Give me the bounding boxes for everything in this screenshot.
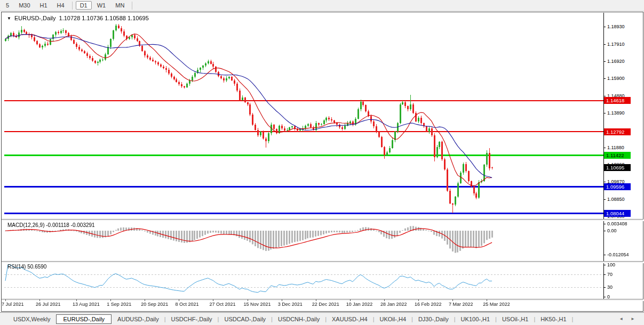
timeframe-button-m30[interactable]: M30 <box>14 1 34 10</box>
rsi-axis-tick-mark <box>603 297 606 297</box>
date-tick-mark <box>145 299 145 301</box>
rsi-axis-tick-label: 0 <box>607 294 610 299</box>
price-level-label-1-10695: 1.10695 <box>604 164 631 171</box>
tab-dj30-daily[interactable]: DJ30-,Daily <box>414 315 454 323</box>
date-label: 28 Jan 2022 <box>380 302 407 307</box>
date-label: 1 Sep 2021 <box>107 302 131 307</box>
timeframe-button-5[interactable]: 5 <box>2 1 13 10</box>
date-label: 20 Sep 2021 <box>141 302 168 307</box>
price-tick-label: 1.13890 <box>607 110 625 116</box>
date-tick-mark <box>418 299 419 301</box>
tab-usoil-h1[interactable]: USOil-,H1 <box>497 315 534 323</box>
rsi-name: RSI(14) <box>7 264 26 270</box>
date-tick-mark <box>213 299 213 301</box>
date-tick-mark <box>487 299 487 301</box>
symbol-tabbar: USDX,WeeklyEURUSD-,DailyAUDUSD-,Daily|US… <box>0 312 644 325</box>
price-tick-label: 1.17910 <box>607 42 625 47</box>
timeframe-button-h4[interactable]: H4 <box>53 1 69 10</box>
price-tick-mark <box>603 27 606 27</box>
price-level-label-1-12792: 1.12792 <box>604 128 631 135</box>
price-tick-mark <box>603 96 606 96</box>
date-tick-mark <box>179 299 179 301</box>
macd-axis-tick-mark <box>603 231 606 231</box>
price-level-label-1-08044: 1.08044 <box>604 210 631 217</box>
date-label: 7 Mar 2022 <box>449 302 473 307</box>
date-label: 3 Dec 2021 <box>278 302 303 307</box>
tab-usdchf-daily[interactable]: USDCHF-,Daily <box>166 315 217 323</box>
tab-eurusd-daily[interactable]: EURUSD-,Daily <box>56 314 112 324</box>
price-level-label-1-11422: 1.11422 <box>604 152 631 159</box>
date-label: 26 Jul 2021 <box>36 302 61 307</box>
macd-name: MACD(12,26,9) <box>7 222 44 228</box>
rsi-axis-tick-mark <box>603 274 606 275</box>
tab-usdcnh-daily[interactable]: USDCNH-,Daily <box>273 315 324 323</box>
date-tick-mark <box>39 299 40 301</box>
timeframe-button-d1[interactable]: D1 <box>76 1 92 10</box>
macd-axis-tick-mark <box>603 224 606 224</box>
timeframe-toolbar: 5M30H1H4D1W1MN <box>0 0 644 11</box>
timeframe-button-w1[interactable]: W1 <box>93 1 110 10</box>
tab-usdcad-daily[interactable]: USDCAD-,Daily <box>219 315 271 323</box>
date-tick-mark <box>110 299 111 301</box>
date-tick-mark <box>316 299 316 301</box>
chart-symbol-label: EURUSD-,Daily <box>14 15 56 21</box>
tab-xauusd-h4[interactable]: XAUUSD-,H4 <box>327 315 372 323</box>
rsi-axis-tick-mark <box>603 265 606 265</box>
rsi-indicator-label: RSI(14) 50.6590 <box>7 264 46 270</box>
tab-audusd-daily[interactable]: AUDUSD-,Daily <box>113 315 164 323</box>
rsi-axis-tick-mark <box>603 287 606 288</box>
tab-uk100-h1[interactable]: UK100-,H1 <box>456 315 495 323</box>
date-label: 25 Mar 2022 <box>483 302 510 307</box>
time-axis-divider <box>2 299 643 301</box>
price-tick-label: 1.11880 <box>607 145 624 150</box>
date-label: 27 Oct 2021 <box>209 302 235 307</box>
macd-values: -0.001118 -0.003291 <box>46 222 94 228</box>
tab-separator: | <box>571 316 574 322</box>
symbol-dropdown-icon[interactable]: ▼ <box>7 16 11 21</box>
date-label: 13 Aug 2021 <box>73 302 100 307</box>
timeframe-button-h1[interactable]: H1 <box>36 1 52 10</box>
price-tick-mark <box>603 78 606 79</box>
price-level-label-1-14618: 1.14618 <box>604 97 631 104</box>
price-tick-mark <box>603 61 606 62</box>
date-label: 15 Nov 2021 <box>244 302 271 307</box>
date-label: 8 Oct 2021 <box>175 302 198 307</box>
date-tick-mark <box>384 299 385 301</box>
toolbar-separator <box>72 2 73 10</box>
tab-scroll-left-icon[interactable]: ◄ <box>615 316 627 321</box>
macd-pane-divider[interactable] <box>2 219 643 221</box>
rsi-axis-tick-label: 30 <box>607 285 613 290</box>
macd-axis-tick-mark <box>603 255 606 255</box>
date-tick-mark <box>282 299 282 301</box>
rsi-axis-tick-label: 70 <box>607 272 613 277</box>
date-tick-mark <box>350 299 351 301</box>
rsi-axis-tick-label: 100 <box>607 262 615 267</box>
macd-axis-tick-label: 0.00 <box>607 228 617 233</box>
date-label: 22 Dec 2021 <box>312 302 339 307</box>
price-tick-label: 1.15900 <box>607 76 625 81</box>
tab-ukoil-h4[interactable]: UKOil-,H4 <box>375 315 411 323</box>
price-level-label-1-09596: 1.09596 <box>604 183 631 190</box>
macd-axis-tick-label: -0.012054 <box>607 252 629 257</box>
date-label: 7 Jul 2021 <box>2 302 24 307</box>
price-tick-label: 1.16920 <box>607 59 625 64</box>
chart-ohlc-values: 1.10728 1.10736 1.10588 1.10695 <box>59 15 149 21</box>
price-tick-label: 1.08850 <box>607 197 625 202</box>
price-tick-label: 1.18930 <box>607 24 625 29</box>
date-label: 16 Feb 2022 <box>415 302 442 307</box>
date-tick-mark <box>452 299 453 301</box>
price-tick-mark <box>603 182 606 182</box>
tab-scroll-arrows: ◄► <box>615 316 644 321</box>
chart-title: ▼ EURUSD-,Daily 1.10728 1.10736 1.10588 … <box>7 15 149 21</box>
price-tick-mark <box>603 113 606 113</box>
toolbar-separator <box>132 2 132 10</box>
chart-plot-area[interactable] <box>4 13 603 299</box>
tab-scroll-right-icon[interactable]: ► <box>627 316 639 321</box>
tab-hk50-h1[interactable]: HK50-,H1 <box>536 315 571 323</box>
price-tick-mark <box>603 199 606 200</box>
rsi-pane-divider[interactable] <box>2 261 643 263</box>
timeframe-button-mn[interactable]: MN <box>111 1 129 10</box>
date-tick-mark <box>5 299 6 301</box>
tab-usdx-weekly[interactable]: USDX,Weekly <box>9 315 55 323</box>
price-tick-mark <box>603 148 606 148</box>
